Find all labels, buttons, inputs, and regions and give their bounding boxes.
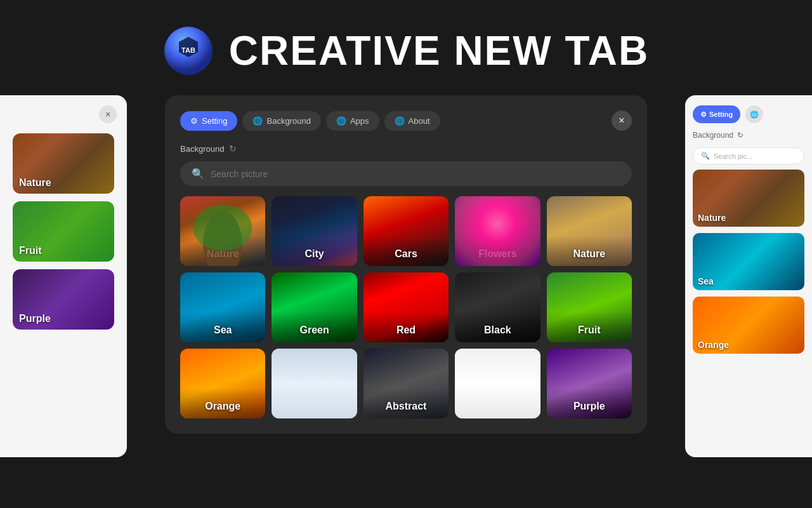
category-card-label: Purple <box>547 388 632 418</box>
category-card-white[interactable]: White <box>455 349 540 418</box>
right-next-tab[interactable]: 🌐 <box>745 105 763 123</box>
right-refresh-icon[interactable]: ↻ <box>737 131 743 140</box>
category-card-nature2[interactable]: Nature <box>547 196 632 266</box>
right-card-sea[interactable]: Sea <box>693 233 804 290</box>
tab-setting[interactable]: ⚙Setting <box>180 111 237 131</box>
category-card-label: Nature <box>180 236 265 266</box>
right-card-label: Sea <box>693 272 719 290</box>
setting-tab-icon: ⚙ <box>190 116 198 126</box>
category-card-red[interactable]: Red <box>363 272 449 342</box>
right-search-placeholder: Search pic... <box>714 152 752 160</box>
right-card-label: Orange <box>693 336 734 354</box>
tab-background[interactable]: 🌐Background <box>242 111 320 131</box>
left-card-nature[interactable]: Nature <box>13 133 114 194</box>
main-area: × NatureFruitPurple ⚙Setting🌐Background🌐… <box>0 95 812 457</box>
category-card-nature1[interactable]: Nature <box>180 196 265 266</box>
category-card-label: Nature <box>547 236 632 266</box>
right-setting-label: Setting <box>709 110 733 118</box>
about-tab-label: About <box>409 116 430 126</box>
right-setting-tab[interactable]: ⚙ Setting <box>693 105 740 123</box>
category-card-fruit[interactable]: Fruit <box>547 272 632 342</box>
category-card-label: Red <box>363 312 449 342</box>
header: TAB CREATIVE NEW TAB <box>0 0 812 95</box>
right-panel: ⚙ Setting 🌐 Background ↻ 🔍 Search pic...… <box>685 95 812 457</box>
left-card-label: Purple <box>13 308 57 330</box>
right-bg-title: Background <box>693 131 733 140</box>
category-card-abstract[interactable]: Abstract <box>363 349 449 418</box>
tab-bar: ⚙Setting🌐Background🌐Apps🌐About× <box>180 110 632 131</box>
setting-tab-label: Setting <box>202 116 227 126</box>
category-card-flowers[interactable]: Flowers <box>455 196 540 266</box>
category-card-green[interactable]: Green <box>272 272 357 342</box>
left-card-purple[interactable]: Purple <box>13 269 114 330</box>
search-bar[interactable]: 🔍 <box>180 161 632 186</box>
gear-icon: ⚙ <box>700 110 707 119</box>
section-label: Background ↻ <box>180 144 632 154</box>
category-card-sport[interactable]: Sport <box>272 349 357 418</box>
apps-tab-icon: 🌐 <box>336 116 346 126</box>
category-card-purple[interactable]: Purple <box>547 349 632 418</box>
category-card-label: Abstract <box>363 388 449 418</box>
right-card-nature[interactable]: Nature <box>693 170 804 227</box>
category-card-label: Sea <box>180 312 265 342</box>
category-card-label: Fruit <box>547 312 632 342</box>
right-panel-cards: NatureSeaOrange <box>685 170 812 354</box>
category-card-orange[interactable]: Orange <box>180 349 265 418</box>
right-card-orange[interactable]: Orange <box>693 297 804 354</box>
right-search-bar[interactable]: 🔍 Search pic... <box>693 147 804 164</box>
right-panel-tabs: ⚙ Setting 🌐 <box>685 95 812 128</box>
category-card-label: Sport <box>272 388 357 418</box>
left-card-label: Nature <box>13 172 58 194</box>
category-card-label: Green <box>272 312 357 342</box>
right-search-icon: 🔍 <box>701 152 710 160</box>
category-card-label: Black <box>455 312 540 342</box>
right-card-label: Nature <box>693 209 731 227</box>
category-card-black[interactable]: Black <box>455 272 540 342</box>
category-card-label: Cars <box>363 236 449 266</box>
category-card-city[interactable]: City <box>272 196 357 266</box>
page-title: CREATIVE NEW TAB <box>229 27 650 74</box>
apps-tab-label: Apps <box>350 116 369 126</box>
search-icon: 🔍 <box>192 168 204 180</box>
left-panel-cards: NatureFruitPurple <box>0 133 127 330</box>
background-tab-icon: 🌐 <box>252 116 263 126</box>
svg-text:TAB: TAB <box>181 46 195 54</box>
category-grid: NatureCityCarsFlowersNatureSeaGreenRedBl… <box>180 196 632 418</box>
refresh-icon[interactable]: ↻ <box>229 144 237 154</box>
background-tab-label: Background <box>266 116 310 126</box>
category-card-label: Flowers <box>455 236 540 266</box>
left-panel: × NatureFruitPurple <box>0 95 127 457</box>
category-card-label: Orange <box>180 388 265 418</box>
category-card-label: City <box>272 236 357 266</box>
modal-close-button[interactable]: × <box>612 110 632 131</box>
logo: TAB <box>163 25 214 76</box>
section-title: Background <box>180 144 224 154</box>
left-card-label: Fruit <box>13 240 48 262</box>
search-input[interactable] <box>211 169 620 179</box>
category-card-cars[interactable]: Cars <box>363 196 449 266</box>
category-card-label: White <box>455 388 540 418</box>
tab-apps[interactable]: 🌐Apps <box>326 111 379 131</box>
tab-about[interactable]: 🌐About <box>384 111 440 131</box>
right-bg-label: Background ↻ <box>685 128 812 145</box>
category-card-sea[interactable]: Sea <box>180 272 265 342</box>
left-panel-close-button[interactable]: × <box>99 105 117 123</box>
left-card-fruit[interactable]: Fruit <box>13 201 114 262</box>
settings-modal: ⚙Setting🌐Background🌐Apps🌐About× Backgrou… <box>165 95 647 434</box>
about-tab-icon: 🌐 <box>395 116 405 126</box>
